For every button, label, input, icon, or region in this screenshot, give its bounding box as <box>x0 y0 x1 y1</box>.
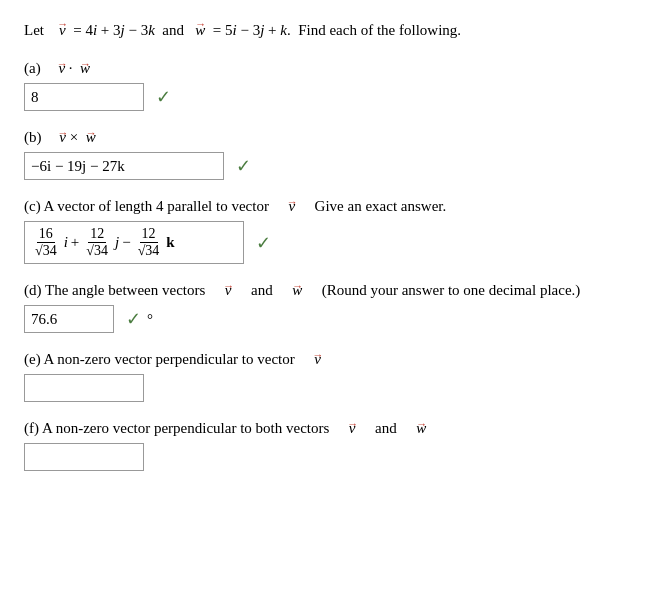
part-a-value: 8 <box>31 89 39 106</box>
frac-12-sqrt34-j: 12 √34 <box>84 226 110 259</box>
v-vector: → v = 4i + 3j − 3k <box>55 22 158 38</box>
and-d: and <box>251 282 273 299</box>
part-b-value: −6i − 19j − 27k <box>31 158 125 175</box>
part-d-degree: ° <box>147 311 153 328</box>
part-e-answer-row <box>24 374 637 402</box>
part-d-value: 76.6 <box>31 311 57 328</box>
problem-container: Let → v = 4i + 3j − 3k and → w = 5i − 3j… <box>24 18 637 471</box>
part-a-answer-row: 8 ✓ <box>24 83 637 111</box>
part-b-answer-row: −6i − 19j − 27k ✓ <box>24 152 637 180</box>
part-f-answer-row <box>24 443 637 471</box>
part-d-answer-row: 76.6 ✓ ° <box>24 305 637 333</box>
part-d: (d) The angle between vectors → v and → … <box>24 282 637 333</box>
problem-header: Let → v = 4i + 3j − 3k and → w = 5i − 3j… <box>24 18 637 42</box>
part-b-label: (b) → v × → w <box>24 129 637 146</box>
part-b: (b) → v × → w −6i − 19j − 27k ✓ <box>24 129 637 180</box>
w-vector: → w = 5i − 3j + k. <box>192 22 295 38</box>
part-c-label: (c) A vector of length 4 parallel to vec… <box>24 198 637 215</box>
and1: and <box>162 22 184 38</box>
part-b-input[interactable]: −6i − 19j − 27k <box>24 152 224 180</box>
part-a-checkmark: ✓ <box>156 86 171 108</box>
part-f-label: (f) A non-zero vector perpendicular to b… <box>24 420 637 437</box>
part-a-input[interactable]: 8 <box>24 83 144 111</box>
part-d-input[interactable]: 76.6 <box>24 305 114 333</box>
part-c: (c) A vector of length 4 parallel to vec… <box>24 198 637 264</box>
part-c-checkmark: ✓ <box>256 232 271 254</box>
part-d-label: (d) The angle between vectors → v and → … <box>24 282 637 299</box>
part-e-input[interactable] <box>24 374 144 402</box>
header-intro: Let <box>24 22 52 38</box>
frac-12-sqrt34-k: 12 √34 <box>136 226 162 259</box>
part-c-input[interactable]: 16 √34 i + 12 √34 j − 12 √34 k <box>24 221 244 264</box>
part-e-label: (e) A non-zero vector perpendicular to v… <box>24 351 637 368</box>
frac-16-sqrt34: 16 √34 <box>33 226 59 259</box>
part-e: (e) A non-zero vector perpendicular to v… <box>24 351 637 402</box>
part-f: (f) A non-zero vector perpendicular to b… <box>24 420 637 471</box>
and-f: and <box>375 420 397 437</box>
part-d-checkmark: ✓ <box>126 308 141 330</box>
header-instruction: Find each of the following. <box>298 22 461 38</box>
part-c-answer-row: 16 √34 i + 12 √34 j − 12 √34 k ✓ <box>24 221 637 264</box>
part-a: (a) → v · → w 8 ✓ <box>24 60 637 111</box>
part-b-checkmark: ✓ <box>236 155 251 177</box>
part-f-input[interactable] <box>24 443 144 471</box>
part-a-label: (a) → v · → w <box>24 60 637 77</box>
